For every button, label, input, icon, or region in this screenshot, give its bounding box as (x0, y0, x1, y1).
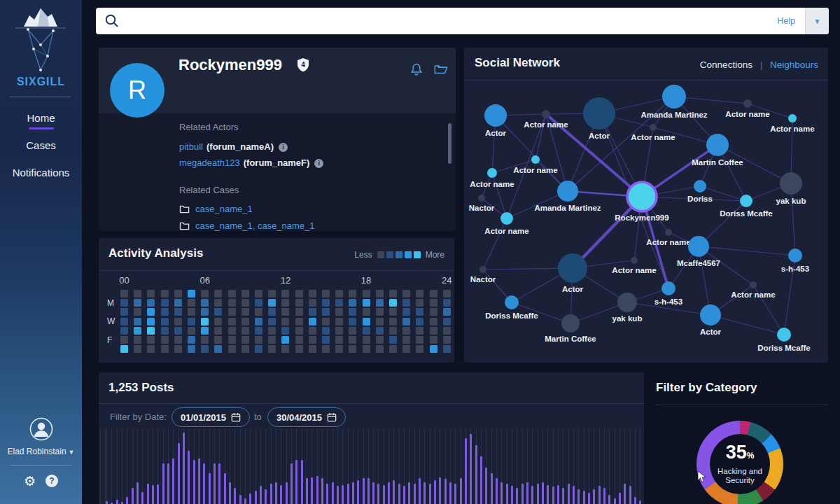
graph-node-actor-name[interactable] (750, 281, 757, 288)
actor-link[interactable]: pitbull (179, 141, 203, 152)
folder-icon (179, 221, 190, 230)
graph-node-label: Actor name (725, 110, 769, 118)
graph-node-doriss-mcaffe[interactable] (505, 295, 519, 309)
actor-forum: (forum_nameF) (244, 158, 310, 168)
graph-node-actor-name[interactable] (631, 257, 638, 264)
heatmap-cell (228, 308, 236, 316)
chevron-down-icon: ▼ (69, 449, 75, 456)
date-from-input[interactable]: 01/01/2015 (172, 407, 250, 427)
heatmap-cell (241, 290, 249, 298)
post-count-bar (526, 482, 528, 504)
heatmap-cell (174, 336, 182, 344)
heatmap-cell (161, 308, 169, 316)
search-input[interactable] (126, 15, 767, 27)
heatmap-cell (309, 299, 316, 307)
open-case-folder-icon[interactable] (433, 62, 449, 77)
heatmap-cell (188, 318, 195, 326)
heatmap-cell (335, 345, 343, 353)
graph-node-martin-coffee[interactable] (706, 134, 729, 156)
category-label: Hacking and Security (718, 467, 762, 485)
legend-square (377, 251, 384, 258)
graph-node-actor-name[interactable] (650, 124, 657, 131)
graph-node-s-h-453[interactable] (788, 248, 802, 262)
graph-node-label: Martin Coffee (545, 335, 596, 343)
graph-node-doriss-mcaffe[interactable] (740, 195, 752, 207)
post-count-bar (337, 486, 339, 504)
graph-node-yak-kub[interactable] (617, 293, 637, 312)
graph-node-yak-kub[interactable] (780, 172, 802, 195)
graph-node-nactor[interactable] (478, 195, 485, 202)
graph-node-actor-name[interactable] (665, 229, 672, 236)
heatmap-cell (402, 327, 410, 335)
graph-node-mcaffe4567[interactable] (688, 236, 709, 257)
user-avatar-icon[interactable] (29, 417, 53, 441)
graph-node-actor-name[interactable] (788, 114, 797, 122)
graph-node-amanda-martinez[interactable] (557, 181, 578, 202)
graph-node-s-h-453[interactable] (662, 281, 676, 295)
graph-node-doriss-mcaffe[interactable] (777, 328, 791, 342)
graph-node-label: Actor name (470, 180, 514, 188)
graph-node-actor[interactable] (484, 104, 507, 127)
graph-node-actor-name[interactable] (487, 168, 497, 178)
case-link[interactable]: case_name_1 (179, 204, 315, 214)
user-menu[interactable]: Elad Robinstain▼ (0, 447, 82, 456)
graph-node-label: Actor name (770, 125, 814, 133)
post-count-bar (439, 477, 441, 504)
graph-node-actor[interactable] (583, 97, 615, 130)
graph-node-actor[interactable] (700, 304, 721, 326)
heatmap-cell (188, 345, 195, 353)
graph-node-label: Doriss Mcaffe (720, 209, 772, 218)
heatmap-cell (349, 336, 356, 344)
graph-node-doriss[interactable] (694, 180, 706, 192)
heatmap-cell (389, 327, 397, 335)
heatmap-cell (214, 299, 222, 307)
heatmap-cell (335, 327, 343, 335)
heatmap-cell (134, 345, 141, 353)
graph-node-label: yak kub (612, 314, 643, 323)
graph-node-actor[interactable] (558, 253, 587, 283)
case-link[interactable]: case_name_1, case_name_1 (179, 220, 315, 231)
gear-icon[interactable]: ⚙ (24, 475, 36, 489)
help-icon[interactable]: ? (46, 475, 58, 487)
heatmap-cell (322, 327, 330, 335)
graph-node-actor-name[interactable] (542, 110, 550, 118)
graph-node-nactor[interactable] (479, 266, 486, 273)
info-icon[interactable]: i (314, 159, 323, 168)
heatmap-cell (241, 299, 249, 307)
graph-node-actor-name[interactable] (531, 155, 540, 164)
heatmap-cell (295, 327, 303, 335)
post-count-bar (454, 484, 456, 504)
bell-icon[interactable] (409, 62, 424, 77)
heatmap-cell (228, 345, 236, 353)
post-count-bar (136, 482, 139, 504)
graph-node-actor-name[interactable] (500, 212, 513, 225)
actor-link[interactable]: megadeath123 (179, 158, 240, 168)
post-count-bar (234, 488, 236, 504)
profile-scrollbar[interactable] (448, 123, 451, 164)
heatmap-cell (322, 345, 330, 353)
graph-node-martin-coffee[interactable] (561, 314, 580, 332)
category-donut-chart[interactable]: 35% Hacking and Security (696, 421, 783, 504)
heatmap-cell (376, 299, 384, 307)
heatmap-cell (174, 290, 182, 298)
graph-node-rockymen999[interactable] (627, 182, 657, 211)
info-icon[interactable]: i (279, 143, 288, 152)
graph-node-label: Actor name (631, 133, 675, 141)
date-to-input[interactable]: 30/04/2015 (267, 407, 346, 427)
heatmap-cell (389, 290, 397, 298)
sidebar-item-notifications[interactable]: Notifications (0, 160, 82, 187)
sidebar-item-cases[interactable]: Cases (0, 132, 82, 160)
graph-node-label: Actor (589, 132, 610, 140)
heatmap-cell (201, 318, 209, 326)
reputation-shield-badge: 4 (296, 57, 310, 73)
heatmap-cell (335, 318, 343, 326)
help-link[interactable]: Help (777, 16, 795, 26)
graph-node-amanda-martinez[interactable] (662, 85, 686, 108)
search-dropdown-button[interactable]: ▼ (805, 8, 829, 34)
legend-square (396, 251, 402, 258)
post-count-bar (203, 463, 205, 504)
heatmap-cell (430, 345, 438, 353)
heatmap-cell (241, 336, 249, 344)
sidebar-item-home[interactable]: Home (0, 105, 82, 132)
graph-node-actor-name[interactable] (743, 99, 752, 108)
